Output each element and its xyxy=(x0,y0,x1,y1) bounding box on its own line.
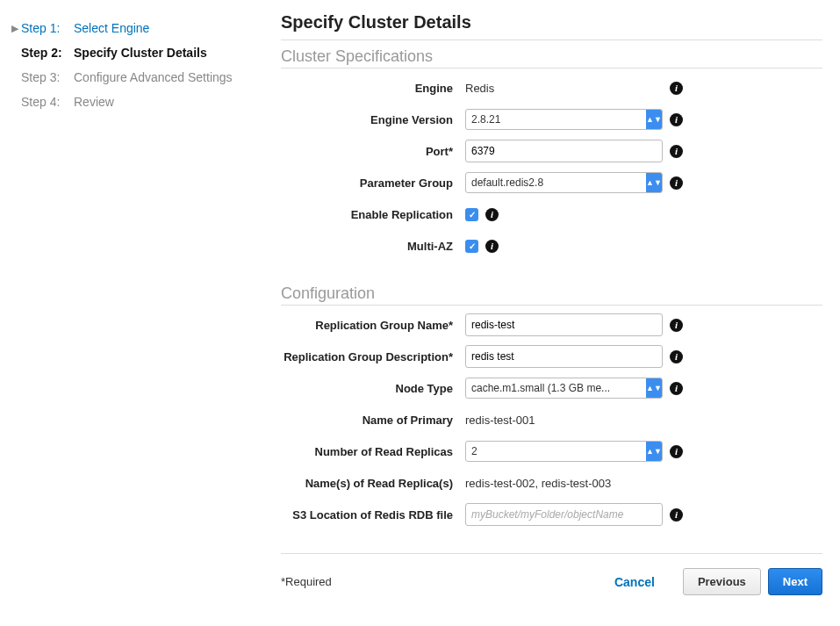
select-value: cache.m1.small (1.3 GB me... xyxy=(466,382,646,394)
info-icon[interactable]: i xyxy=(670,445,683,458)
label-replication-group-name: Replication Group Name* xyxy=(281,319,465,332)
info-icon[interactable]: i xyxy=(670,319,683,332)
info-icon[interactable]: i xyxy=(670,145,683,158)
step-number: Step 1: xyxy=(21,21,74,35)
row-s3-rdb: S3 Location of Redis RDB file i xyxy=(281,502,822,527)
select-value: 2.8.21 xyxy=(466,113,646,126)
label-number-read-replicas: Number of Read Replicas xyxy=(281,445,465,458)
select-node-type[interactable]: cache.m1.small (1.3 GB me... ▲▼ xyxy=(465,378,663,399)
chevron-updown-icon: ▲▼ xyxy=(646,378,662,398)
chevron-right-icon: ▶ xyxy=(9,23,21,34)
label-port: Port* xyxy=(281,145,465,158)
checkbox-enable-replication[interactable]: ✓ xyxy=(465,208,478,221)
input-replication-group-description[interactable] xyxy=(465,345,663,368)
row-node-type: Node Type cache.m1.small (1.3 GB me... ▲… xyxy=(281,376,822,400)
chevron-updown-icon: ▲▼ xyxy=(646,173,662,192)
checkbox-multi-az[interactable]: ✓ xyxy=(465,240,478,253)
required-note: *Required xyxy=(281,575,332,588)
value-engine: Redis xyxy=(465,82,663,95)
info-icon[interactable]: i xyxy=(670,82,683,95)
row-engine: Engine Redis i xyxy=(281,76,822,100)
row-port: Port* i xyxy=(281,139,822,163)
row-name-of-primary: Name of Primary redis-test-001 xyxy=(281,407,822,432)
info-icon[interactable]: i xyxy=(670,350,683,363)
section-cluster-specifications: Cluster Specifications xyxy=(281,47,822,66)
label-name-of-primary: Name of Primary xyxy=(281,414,465,427)
info-icon[interactable]: i xyxy=(485,208,499,221)
info-icon[interactable]: i xyxy=(485,240,499,253)
info-icon[interactable]: i xyxy=(670,113,683,126)
chevron-updown-icon: ▲▼ xyxy=(646,110,662,129)
step-label: Review xyxy=(74,95,114,109)
select-value: 2 xyxy=(466,445,646,457)
row-replication-group-description: Replication Group Description* i xyxy=(281,344,822,369)
label-names-read-replicas: Name(s) of Read Replica(s) xyxy=(281,477,465,490)
label-multi-az: Multi-AZ xyxy=(281,240,465,253)
value-name-of-primary: redis-test-001 xyxy=(465,414,535,427)
next-button[interactable]: Next xyxy=(768,568,822,595)
label-engine: Engine xyxy=(281,82,465,95)
step-label: Specify Cluster Details xyxy=(74,46,207,60)
row-number-read-replicas: Number of Read Replicas 2 ▲▼ i xyxy=(281,439,822,464)
step-label: Select Engine xyxy=(74,21,149,35)
configuration-form: Replication Group Name* i Replication Gr… xyxy=(281,313,822,527)
input-port[interactable] xyxy=(465,140,663,162)
step-number: Step 4: xyxy=(21,95,74,109)
divider xyxy=(281,40,822,40)
step-number: Step 3: xyxy=(21,70,74,84)
select-number-read-replicas[interactable]: 2 ▲▼ xyxy=(465,441,663,462)
step-3[interactable]: Step 3: Configure Advanced Settings xyxy=(5,65,263,90)
row-names-read-replicas: Name(s) of Read Replica(s) redis-test-00… xyxy=(281,471,822,495)
step-4[interactable]: Step 4: Review xyxy=(5,90,263,114)
divider xyxy=(281,68,822,68)
page-title: Specify Cluster Details xyxy=(281,12,822,32)
select-parameter-group[interactable]: default.redis2.8 ▲▼ xyxy=(465,172,663,193)
row-enable-replication: Enable Replication ✓ i xyxy=(281,202,822,227)
info-icon[interactable]: i xyxy=(670,382,683,395)
divider xyxy=(281,553,822,554)
label-s3-rdb: S3 Location of Redis RDB file xyxy=(281,508,465,522)
row-replication-group-name: Replication Group Name* i xyxy=(281,313,822,337)
divider xyxy=(281,305,822,306)
step-label: Configure Advanced Settings xyxy=(74,70,233,84)
label-replication-group-description: Replication Group Description* xyxy=(281,350,465,363)
row-multi-az: Multi-AZ ✓ i xyxy=(281,234,822,258)
label-node-type: Node Type xyxy=(281,382,465,395)
input-replication-group-name[interactable] xyxy=(465,313,663,336)
step-number: Step 2: xyxy=(21,46,74,60)
chevron-updown-icon: ▲▼ xyxy=(646,442,662,461)
row-engine-version: Engine Version 2.8.21 ▲▼ i xyxy=(281,107,822,132)
previous-button[interactable]: Previous xyxy=(683,568,761,595)
step-2[interactable]: Step 2: Specify Cluster Details xyxy=(5,40,263,65)
cluster-spec-form: Engine Redis i Engine Version 2.8.21 ▲▼ … xyxy=(281,76,822,258)
section-configuration: Configuration xyxy=(281,284,822,303)
cancel-button[interactable]: Cancel xyxy=(614,575,655,589)
label-enable-replication: Enable Replication xyxy=(281,208,465,221)
wizard-footer: *Required Cancel Previous Next xyxy=(281,553,822,595)
input-s3-rdb[interactable] xyxy=(465,503,663,526)
value-names-read-replicas: redis-test-002, redis-test-003 xyxy=(465,477,611,490)
step-1[interactable]: ▶ Step 1: Select Engine xyxy=(5,16,263,40)
select-value: default.redis2.8 xyxy=(466,176,646,189)
info-icon[interactable]: i xyxy=(670,176,683,190)
info-icon[interactable]: i xyxy=(670,508,683,522)
label-parameter-group: Parameter Group xyxy=(281,176,465,190)
wizard-steps-sidebar: ▶ Step 1: Select Engine Step 2: Specify … xyxy=(0,9,263,595)
row-parameter-group: Parameter Group default.redis2.8 ▲▼ i xyxy=(281,170,822,195)
label-engine-version: Engine Version xyxy=(281,113,465,126)
main-content: Specify Cluster Details Cluster Specific… xyxy=(263,9,831,595)
select-engine-version[interactable]: 2.8.21 ▲▼ xyxy=(465,109,663,130)
